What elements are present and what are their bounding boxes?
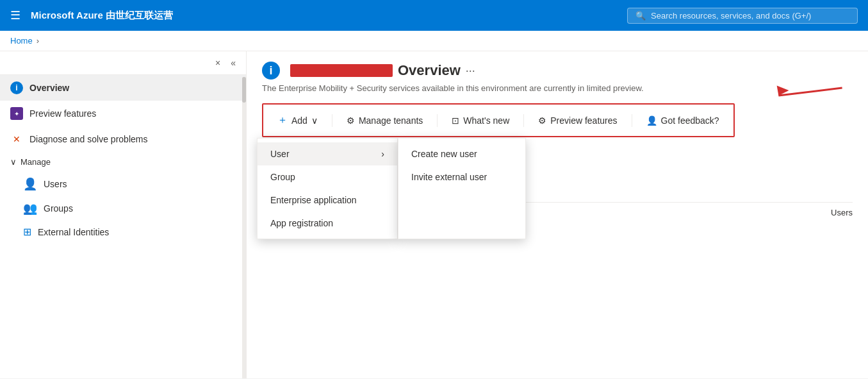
app-title: Microsoft Azure 由世纪互联运营 bbox=[31, 10, 173, 22]
top-nav: ☰ Microsoft Azure 由世纪互联运营 🔍 Search resou… bbox=[0, 0, 868, 31]
sidebar-groups-label: Groups bbox=[44, 203, 73, 214]
user-icon: 👤 bbox=[23, 177, 37, 191]
preview-features-label: Preview features bbox=[550, 115, 617, 126]
sidebar-item-diagnose[interactable]: ✕ Diagnose and solve problems bbox=[0, 126, 246, 152]
preview-features-icon: ⚙ bbox=[538, 115, 546, 126]
page-header-icon: i bbox=[262, 62, 280, 80]
sidebar-users-label: Users bbox=[44, 179, 67, 189]
toolbar-separator-3 bbox=[523, 114, 524, 127]
sidebar-close-button[interactable]: × bbox=[213, 56, 223, 69]
dropdown-level2: Create new user Invite external user bbox=[398, 138, 526, 239]
page-title: Overview bbox=[398, 62, 461, 79]
dropdown-user-label: User bbox=[270, 149, 290, 159]
create-new-user-label: Create new user bbox=[411, 149, 477, 159]
dropdown-item-app-reg[interactable]: App registration bbox=[258, 212, 397, 235]
dropdown-user-chevron: › bbox=[381, 149, 384, 159]
sidebar-item-diagnose-label: Diagnose and solve problems bbox=[29, 134, 147, 144]
dropdown-level1: User › Group Enterprise application App … bbox=[257, 138, 398, 239]
dropdown-invite-external-user[interactable]: Invite external user bbox=[398, 165, 525, 189]
content-area: i Overview ··· The Enterprise Mobility +… bbox=[247, 51, 868, 378]
sidebar-item-groups[interactable]: 👥 Groups bbox=[0, 196, 246, 221]
dropdown-create-new-user[interactable]: Create new user bbox=[398, 142, 525, 165]
sidebar-collapse-button[interactable]: « bbox=[228, 56, 238, 69]
add-chevron-icon: ∨ bbox=[311, 115, 318, 126]
search-placeholder: Search resources, services, and docs (G+… bbox=[651, 11, 811, 21]
dropdown-item-enterprise-app[interactable]: Enterprise application bbox=[258, 189, 397, 212]
page-header: i Overview ··· bbox=[262, 62, 853, 80]
sidebar-manage-label: Manage bbox=[20, 157, 51, 167]
search-icon: 🔍 bbox=[635, 11, 646, 21]
chevron-down-icon: ∨ bbox=[10, 157, 17, 167]
add-button[interactable]: ＋ Add ∨ bbox=[271, 110, 324, 131]
toolbar-separator-4 bbox=[632, 114, 632, 127]
manage-tenants-label: Manage tenants bbox=[359, 115, 423, 126]
breadcrumb-separator: › bbox=[37, 36, 39, 46]
sidebar-item-external-identities[interactable]: ⊞ External Identities bbox=[0, 221, 246, 243]
add-label: Add bbox=[291, 115, 307, 126]
sidebar-external-label: External Identities bbox=[38, 227, 109, 237]
page-subtitle: The Enterprise Mobility + Security servi… bbox=[262, 83, 853, 93]
group-icon: 👥 bbox=[23, 201, 37, 215]
sidebar-item-overview[interactable]: i Overview bbox=[0, 75, 246, 101]
more-options-icon[interactable]: ··· bbox=[466, 64, 475, 78]
users-label: Users bbox=[831, 208, 853, 217]
sidebar-item-preview-label: Preview features bbox=[29, 108, 96, 119]
svg-marker-1 bbox=[773, 84, 789, 99]
dropdown-enterprise-label: Enterprise application bbox=[270, 195, 357, 205]
toolbar-separator-1 bbox=[332, 114, 332, 127]
sidebar-item-users[interactable]: 👤 Users bbox=[0, 172, 246, 196]
hamburger-icon[interactable]: ☰ bbox=[10, 8, 20, 22]
sidebar-manage-section[interactable]: ∨ Manage bbox=[0, 152, 246, 172]
sidebar-item-preview-features[interactable]: ✦ Preview features bbox=[0, 101, 246, 126]
invite-external-user-label: Invite external user bbox=[411, 172, 487, 182]
dropdown-item-user[interactable]: User › bbox=[258, 142, 397, 165]
dropdown-appreg-label: App registration bbox=[270, 218, 333, 228]
breadcrumb-home[interactable]: Home bbox=[10, 36, 33, 46]
wrench-icon: ✕ bbox=[10, 133, 23, 146]
got-feedback-label: Got feedback? bbox=[661, 115, 719, 126]
whats-new-icon: ⊡ bbox=[452, 115, 459, 126]
manage-tenants-icon: ⚙ bbox=[347, 115, 355, 126]
info-icon: i bbox=[10, 81, 23, 94]
add-dropdown: User › Group Enterprise application App … bbox=[257, 138, 526, 239]
sidebar-scrollbar-thumb bbox=[242, 77, 246, 103]
add-icon: ＋ bbox=[277, 114, 288, 127]
dropdown-item-group[interactable]: Group bbox=[258, 165, 397, 189]
sidebar-item-overview-label: Overview bbox=[29, 83, 69, 93]
sidebar-scrollbar[interactable] bbox=[242, 77, 246, 378]
main-layout: × « i Overview ✦ Preview features ✕ Diag… bbox=[0, 51, 868, 378]
preview-features-button[interactable]: ⚙ Preview features bbox=[532, 112, 623, 130]
preview-icon: ✦ bbox=[10, 107, 23, 120]
feedback-icon: 👤 bbox=[646, 115, 657, 126]
sidebar-controls: × « bbox=[0, 51, 246, 75]
manage-tenants-button[interactable]: ⚙ Manage tenants bbox=[340, 112, 429, 130]
toolbar-separator-2 bbox=[437, 114, 438, 127]
whats-new-label: What's new bbox=[463, 115, 509, 126]
page-title-redacted bbox=[290, 64, 393, 77]
toolbar: ＋ Add ∨ ⚙ Manage tenants ⊡ What's new ⚙ bbox=[262, 103, 735, 137]
got-feedback-button[interactable]: 👤 Got feedback? bbox=[640, 112, 726, 130]
whats-new-button[interactable]: ⊡ What's new bbox=[445, 112, 516, 130]
breadcrumb: Home › bbox=[0, 31, 868, 51]
external-identities-icon: ⊞ bbox=[23, 226, 31, 238]
sidebar: × « i Overview ✦ Preview features ✕ Diag… bbox=[0, 51, 247, 378]
dropdown-group-label: Group bbox=[270, 172, 295, 182]
search-bar[interactable]: 🔍 Search resources, services, and docs (… bbox=[627, 8, 858, 24]
